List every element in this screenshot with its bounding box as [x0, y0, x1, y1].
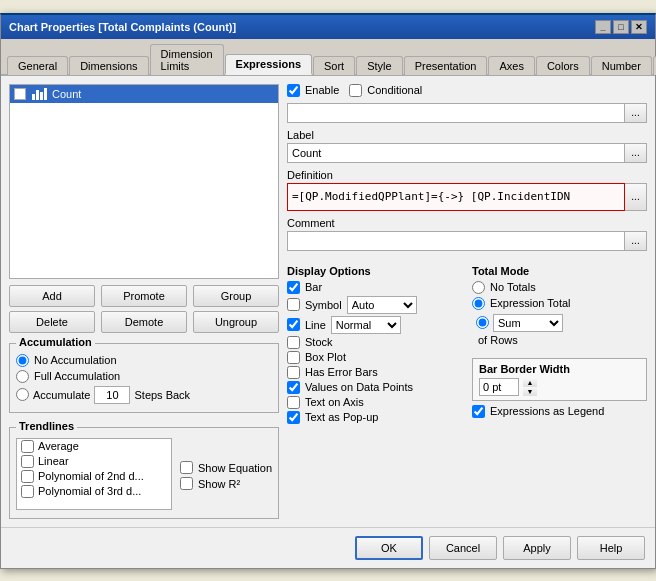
- trendlines-item-average: Average: [17, 439, 171, 454]
- label-section-title: Label: [287, 129, 647, 141]
- text-as-popup-check[interactable]: [287, 411, 300, 424]
- accumulate-radio[interactable]: [16, 388, 29, 401]
- conditional-btn[interactable]: ...: [625, 103, 647, 123]
- label-group: Label ...: [287, 129, 647, 163]
- show-equation-check[interactable]: [180, 461, 193, 474]
- show-equation-label: Show Equation: [198, 462, 272, 474]
- comment-btn[interactable]: ...: [625, 231, 647, 251]
- full-accumulation-row: Full Accumulation: [16, 370, 272, 383]
- group-button[interactable]: Group: [193, 285, 279, 307]
- tab-style[interactable]: Style: [356, 56, 402, 75]
- tab-expressions[interactable]: Expressions: [225, 54, 312, 75]
- enable-checkbox[interactable]: [287, 84, 300, 97]
- enable-row: Enable Conditional: [287, 84, 647, 97]
- bar-border-spin: ▲ ▼: [523, 378, 537, 396]
- bar-border-up[interactable]: ▲: [523, 378, 537, 387]
- ungroup-button[interactable]: Ungroup: [193, 311, 279, 333]
- display-total-section: Display Options Bar Symbol Auto: [287, 261, 647, 426]
- trendlines-average-check[interactable]: [21, 440, 34, 453]
- box-plot-check[interactable]: [287, 351, 300, 364]
- expr-list-item[interactable]: + Count: [10, 85, 278, 103]
- tab-dimension-limits[interactable]: Dimension Limits: [150, 44, 224, 75]
- total-mode-panel: Total Mode No Totals Expression Total Su…: [472, 261, 647, 426]
- tab-dimensions[interactable]: Dimensions: [69, 56, 148, 75]
- bar-border-down[interactable]: ▼: [523, 387, 537, 396]
- tab-sort[interactable]: Sort: [313, 56, 355, 75]
- trendlines-item-poly3: Polynomial of 3rd d...: [17, 484, 171, 499]
- bar-check[interactable]: [287, 281, 300, 294]
- expressions-as-legend-check[interactable]: [472, 405, 485, 418]
- comment-section-title: Comment: [287, 217, 647, 229]
- trendlines-poly2-check[interactable]: [21, 470, 34, 483]
- conditional-checkbox[interactable]: [349, 84, 362, 97]
- accumulation-options: No Accumulation Full Accumulation Accumu…: [16, 354, 272, 404]
- show-r2-check[interactable]: [180, 477, 193, 490]
- conditional-label: Conditional: [367, 84, 422, 96]
- bar-border-input[interactable]: [479, 378, 519, 396]
- conditional-input[interactable]: [287, 103, 625, 123]
- add-button[interactable]: Add: [9, 285, 95, 307]
- definition-input[interactable]: [287, 183, 625, 211]
- line-check[interactable]: [287, 318, 300, 331]
- tab-number[interactable]: Number: [591, 56, 652, 75]
- demote-button[interactable]: Demote: [101, 311, 187, 333]
- values-on-data-check[interactable]: [287, 381, 300, 394]
- button-row-1: Add Promote Group: [9, 285, 279, 307]
- stock-check[interactable]: [287, 336, 300, 349]
- trendlines-list[interactable]: Average Linear Polynomial of 2nd d...: [16, 438, 172, 510]
- definition-btn[interactable]: ...: [625, 183, 647, 211]
- promote-button[interactable]: Promote: [101, 285, 187, 307]
- line-select[interactable]: Normal: [331, 316, 401, 334]
- trendlines-poly3-check[interactable]: [21, 485, 34, 498]
- trendlines-poly3-label: Polynomial of 3rd d...: [38, 485, 141, 497]
- apply-button[interactable]: Apply: [503, 536, 571, 560]
- accumulate-row: Accumulate Steps Back: [16, 386, 272, 404]
- total-mode-title: Total Mode: [472, 265, 647, 277]
- display-options-title: Display Options: [287, 265, 462, 277]
- label-btn[interactable]: ...: [625, 143, 647, 163]
- main-window: Chart Properties [Total Complaints (Coun…: [0, 13, 656, 569]
- tab-presentation[interactable]: Presentation: [404, 56, 488, 75]
- no-totals-label: No Totals: [490, 281, 536, 293]
- no-accumulation-row: No Accumulation: [16, 354, 272, 367]
- error-bars-check[interactable]: [287, 366, 300, 379]
- trendlines-row: Average Linear Polynomial of 2nd d...: [16, 438, 272, 514]
- maximize-btn[interactable]: □: [613, 20, 629, 34]
- close-btn[interactable]: ✕: [631, 20, 647, 34]
- expression-total-radio[interactable]: [472, 297, 485, 310]
- no-totals-row: No Totals: [472, 281, 647, 294]
- comment-input[interactable]: [287, 231, 625, 251]
- symbol-select[interactable]: Auto: [347, 296, 417, 314]
- window-title: Chart Properties [Total Complaints (Coun…: [9, 21, 236, 33]
- error-bars-row: Has Error Bars: [287, 366, 462, 379]
- bar-border-row: ▲ ▼: [479, 378, 640, 396]
- sum-select[interactable]: Sum: [493, 314, 563, 332]
- accumulate-label: Accumulate: [33, 389, 90, 401]
- full-accumulation-radio[interactable]: [16, 370, 29, 383]
- label-input[interactable]: [287, 143, 625, 163]
- expression-list[interactable]: + Count: [9, 84, 279, 279]
- no-totals-radio[interactable]: [472, 281, 485, 294]
- title-bar: Chart Properties [Total Complaints (Coun…: [1, 15, 655, 39]
- minimize-btn[interactable]: _: [595, 20, 611, 34]
- accumulate-input[interactable]: [94, 386, 130, 404]
- delete-button[interactable]: Delete: [9, 311, 95, 333]
- stock-label: Stock: [305, 336, 333, 348]
- comment-group: Comment ...: [287, 217, 647, 251]
- sum-radio[interactable]: [476, 316, 489, 329]
- no-accumulation-radio[interactable]: [16, 354, 29, 367]
- tab-general[interactable]: General: [7, 56, 68, 75]
- trendlines-average-label: Average: [38, 440, 79, 452]
- cancel-button[interactable]: Cancel: [429, 536, 497, 560]
- trendlines-linear-check[interactable]: [21, 455, 34, 468]
- bar-border-box: Bar Border Width ▲ ▼: [472, 358, 647, 401]
- expressions-as-legend-row: Expressions as Legend: [472, 405, 647, 418]
- text-on-axis-check[interactable]: [287, 396, 300, 409]
- help-button[interactable]: Help: [577, 536, 645, 560]
- expand-icon[interactable]: +: [14, 88, 26, 100]
- ok-button[interactable]: OK: [355, 536, 423, 560]
- tab-colors[interactable]: Colors: [536, 56, 590, 75]
- box-plot-label: Box Plot: [305, 351, 346, 363]
- tab-axes[interactable]: Axes: [488, 56, 534, 75]
- symbol-check[interactable]: [287, 298, 300, 311]
